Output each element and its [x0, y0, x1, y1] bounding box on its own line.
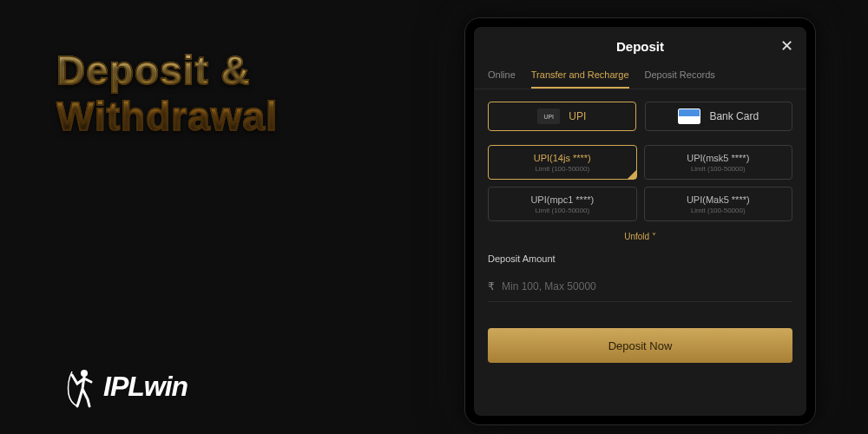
tab-online[interactable]: Online — [488, 62, 516, 89]
account-option[interactable]: UPI(Mak5 ****) Limit (100-50000) — [644, 187, 793, 221]
rupee-icon: ₹ — [488, 280, 495, 293]
amount-input[interactable]: ₹ Min 100, Max 50000 — [488, 271, 792, 302]
account-limit: Limit (100-50000) — [691, 165, 746, 173]
account-name: UPI(Mak5 ****) — [687, 194, 750, 205]
phone-frame: Deposit ✕ Online Transfer and Recharge D… — [464, 17, 816, 425]
account-name: UPI(14js ****) — [534, 153, 591, 163]
amount-label: Deposit Amount — [488, 253, 792, 264]
tab-deposit-records[interactable]: Deposit Records — [645, 62, 715, 89]
account-grid: UPI(14js ****) Limit (100-50000) UPI(msk… — [474, 140, 806, 221]
account-limit: Limit (100-50000) — [691, 207, 746, 214]
account-option[interactable]: UPI(msk5 ****) Limit (100-50000) — [644, 145, 793, 180]
screen-header: Deposit ✕ — [474, 27, 806, 62]
method-bank-card[interactable]: Bank Card — [645, 102, 793, 131]
unfold-button[interactable]: Unfold — [474, 221, 806, 253]
method-label: Bank Card — [709, 110, 759, 122]
promo-title: Deposit & Withdrawal — [56, 48, 278, 140]
account-option[interactable]: UPI(mpc1 ****) Limit (100-50000) — [488, 187, 637, 221]
method-upi[interactable]: UPI UPI — [488, 102, 636, 131]
screen-title: Deposit — [616, 39, 664, 54]
tab-transfer-recharge[interactable]: Transfer and Recharge — [531, 62, 629, 89]
phone-screen: Deposit ✕ Online Transfer and Recharge D… — [474, 27, 806, 416]
method-label: UPI — [569, 110, 586, 122]
brand-logo: IPLwin — [65, 365, 187, 408]
tab-bar: Online Transfer and Recharge Deposit Rec… — [474, 62, 806, 89]
account-name: UPI(mpc1 ****) — [530, 194, 594, 205]
account-name: UPI(msk5 ****) — [687, 153, 749, 163]
account-limit: Limit (100-50000) — [535, 165, 589, 173]
payment-methods: UPI UPI Bank Card — [474, 89, 806, 140]
amount-placeholder: Min 100, Max 50000 — [502, 280, 596, 293]
upi-icon: UPI — [537, 108, 560, 124]
account-option[interactable]: UPI(14js ****) Limit (100-50000) — [488, 145, 637, 180]
bank-card-icon — [678, 108, 700, 124]
close-icon[interactable]: ✕ — [780, 39, 794, 53]
amount-section: Deposit Amount ₹ Min 100, Max 50000 — [474, 253, 806, 302]
cricket-player-icon — [65, 365, 100, 408]
deposit-now-button[interactable]: Deposit Now — [488, 328, 792, 363]
brand-name: IPLwin — [103, 371, 187, 403]
account-limit: Limit (100-50000) — [535, 207, 589, 214]
